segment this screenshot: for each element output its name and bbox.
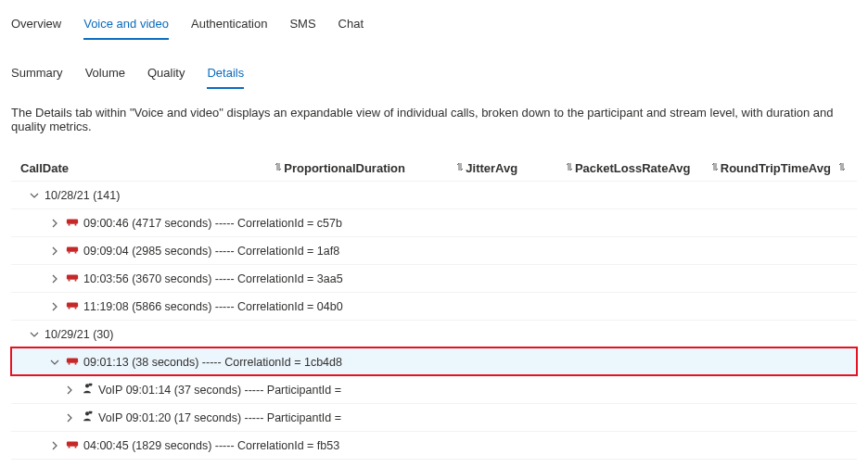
svg-rect-4 (67, 358, 78, 362)
call-row[interactable]: 09:09:04 (2985 seconds) ----- Correlatio… (11, 236, 857, 264)
chevron-down-icon[interactable] (48, 358, 61, 367)
call-row[interactable]: 10:03:56 (3670 seconds) ----- Correlatio… (11, 264, 857, 292)
sort-icon[interactable] (273, 161, 284, 175)
row-label: 04:00:45 (1829 seconds) ----- Correlatio… (83, 439, 339, 452)
chevron-right-icon[interactable] (48, 441, 61, 450)
svg-point-5 (85, 384, 89, 387)
participant-icon (80, 410, 95, 425)
col-prop-label: ProportionalDuration (284, 161, 405, 175)
svg-rect-1 (67, 246, 78, 251)
group-row[interactable]: 10/28/21 (141) (11, 181, 857, 208)
row-label: 10/29/21 (30) (45, 328, 113, 341)
row-label: 09:00:46 (4717 seconds) ----- Correlatio… (83, 217, 342, 230)
participant-row[interactable]: VoIP 09:01:14 (37 seconds) ----- Partici… (11, 375, 857, 403)
svg-rect-0 (67, 219, 78, 223)
svg-rect-3 (67, 302, 78, 307)
row-label: 09:01:13 (38 seconds) ----- CorrelationI… (83, 356, 342, 369)
call-tree: 10/28/21 (141)09:00:46 (4717 seconds) --… (11, 181, 857, 467)
col-jitter-label: JitterAvg (466, 161, 517, 175)
chevron-right-icon[interactable] (48, 302, 61, 311)
call-row[interactable]: 09:00:46 (4717 seconds) ----- Correlatio… (11, 208, 857, 236)
group-row[interactable]: 10/29/21 (30) (11, 320, 857, 347)
top-tabbar: Overview Voice and video Authentication … (11, 7, 857, 40)
tab-authentication[interactable]: Authentication (191, 11, 267, 40)
sort-icon[interactable] (564, 161, 575, 175)
col-rtt-label: RoundTripTimeAvg (721, 161, 831, 175)
row-label: VoIP 09:01:20 (17 seconds) ----- Partici… (98, 411, 341, 424)
telephone-icon (65, 437, 80, 453)
chevron-right-icon[interactable] (48, 246, 61, 256)
row-label: 10/28/21 (141) (45, 189, 120, 202)
row-label: 11:19:08 (5866 seconds) ----- Correlatio… (83, 300, 343, 313)
tab-overview[interactable]: Overview (11, 11, 61, 40)
sort-icon[interactable] (709, 161, 721, 175)
svg-rect-8 (89, 411, 93, 414)
call-row[interactable]: 11:19:08 (5866 seconds) ----- Correlatio… (11, 292, 857, 320)
call-row[interactable]: 04:30:09 (1086 seconds) ----- Correlatio… (11, 459, 857, 467)
sub-tabbar: Summary Volume Quality Details (11, 57, 857, 89)
call-row[interactable]: 09:01:13 (38 seconds) ----- CorrelationI… (11, 347, 857, 375)
tab-details[interactable]: Details (207, 60, 244, 89)
col-calldate-label: CallDate (20, 161, 69, 175)
col-pkt-label: PacketLossRateAvg (575, 161, 691, 175)
telephone-icon (65, 298, 80, 314)
svg-rect-2 (67, 274, 78, 279)
svg-rect-9 (67, 441, 78, 446)
tab-voice-and-video[interactable]: Voice and video (83, 11, 169, 40)
participant-row[interactable]: VoIP 09:01:20 (17 seconds) ----- Partici… (11, 403, 857, 431)
row-label: VoIP 09:01:14 (37 seconds) ----- Partici… (98, 384, 341, 397)
telephone-icon (65, 354, 80, 370)
chevron-right-icon[interactable] (48, 219, 61, 228)
chevron-down-icon[interactable] (28, 191, 41, 200)
table-header: CallDate ProportionalDuration JitterAvg … (11, 156, 857, 181)
sort-icon[interactable] (454, 161, 466, 175)
tab-quality[interactable]: Quality (147, 60, 185, 89)
chevron-right-icon[interactable] (48, 274, 61, 284)
call-row[interactable]: 04:00:45 (1829 seconds) ----- Correlatio… (11, 431, 857, 459)
tab-sms[interactable]: SMS (289, 11, 315, 40)
tab-volume[interactable]: Volume (85, 60, 125, 89)
chevron-right-icon[interactable] (63, 385, 76, 395)
chevron-right-icon[interactable] (63, 413, 76, 423)
sort-icon[interactable] (836, 161, 848, 175)
telephone-icon (65, 243, 80, 259)
telephone-icon (65, 215, 80, 231)
chevron-down-icon[interactable] (28, 330, 41, 339)
details-description: The Details tab within "Voice and video"… (11, 106, 857, 133)
row-label: 09:09:04 (2985 seconds) ----- Correlatio… (83, 245, 339, 258)
row-label: 10:03:56 (3670 seconds) ----- Correlatio… (83, 272, 343, 285)
svg-rect-6 (89, 384, 93, 386)
tab-chat[interactable]: Chat (338, 11, 364, 40)
telephone-icon (65, 271, 80, 286)
tab-summary[interactable]: Summary (11, 60, 63, 89)
participant-icon (80, 382, 95, 398)
svg-point-7 (85, 411, 89, 415)
